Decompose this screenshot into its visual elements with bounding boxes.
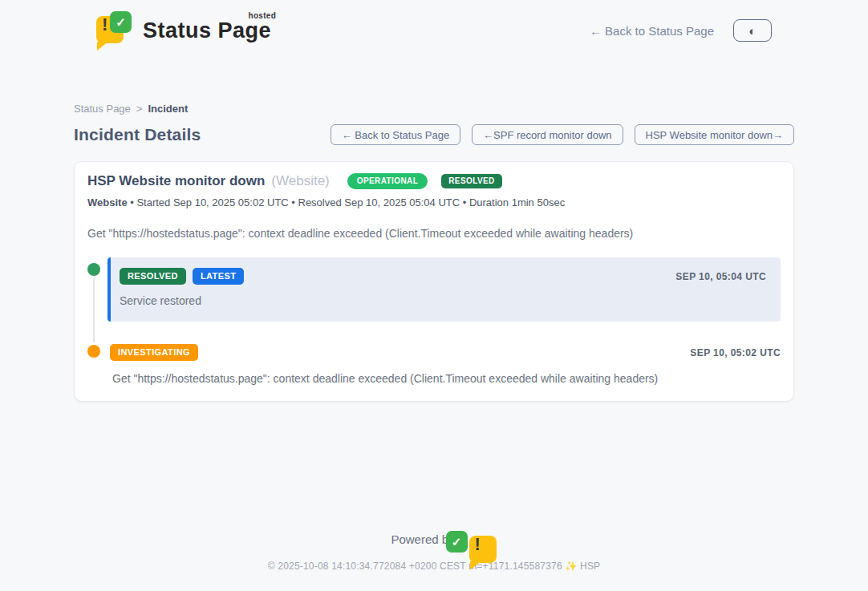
- exclamation-icon: !: [475, 534, 481, 555]
- timeline-timestamp: SEP 10, 05:02 UTC: [690, 347, 781, 358]
- logo[interactable]: ! ✓ Status Pagehosted: [96, 11, 271, 50]
- exclamation-icon: !: [102, 14, 107, 35]
- timeline-message: Get "https://hostedstatus.page": context…: [112, 372, 781, 385]
- resolved-badge: RESOLVED: [441, 174, 501, 188]
- timeline-update-box: RESOLVED LATEST SEP 10, 05:04 UTC Servic…: [107, 257, 781, 322]
- status-badge-resolved: RESOLVED: [120, 268, 186, 285]
- timeline-dot-green: [87, 263, 100, 276]
- timeline-head: INVESTIGATING SEP 10, 05:02 UTC: [110, 344, 781, 361]
- main-content: Status Page>Incident Incident Details ← …: [74, 103, 794, 402]
- operational-badge: OPERATIONAL: [347, 173, 428, 189]
- timeline-timestamp: SEP 10, 05:04 UTC: [675, 271, 766, 282]
- next-incident-button[interactable]: HSP Website monitor down→: [635, 124, 794, 145]
- timeline-badges: RESOLVED LATEST: [120, 268, 244, 285]
- latest-badge: LATEST: [193, 268, 244, 285]
- incident-timeline: RESOLVED LATEST SEP 10, 05:04 UTC Servic…: [87, 257, 781, 385]
- breadcrumb: Status Page>Incident: [74, 103, 794, 115]
- checkmark-icon: ✓: [446, 531, 468, 553]
- header-right: ← Back to Status Page ◐: [590, 19, 772, 42]
- powered-by-label: Powered by: [391, 532, 454, 546]
- page-title: Incident Details: [74, 125, 201, 144]
- powered-by-row: Powered by ! ✓: [0, 531, 868, 548]
- timeline-entry-resolved: RESOLVED LATEST SEP 10, 05:04 UTC Servic…: [87, 257, 781, 322]
- meta-details: • Started Sep 10, 2025 05:02 UTC • Resol…: [128, 196, 566, 208]
- breadcrumb-status-page[interactable]: Status Page: [74, 103, 131, 115]
- contrast-icon: ◐: [748, 25, 756, 37]
- incident-meta: Website • Started Sep 10, 2025 05:02 UTC…: [87, 196, 781, 208]
- title-row: Incident Details ← Back to Status Page ←…: [74, 124, 794, 145]
- checkmark-icon: ✓: [110, 11, 132, 33]
- timeline-entry-investigating: INVESTIGATING SEP 10, 05:02 UTC Get "htt…: [87, 344, 781, 385]
- back-to-status-page-link[interactable]: ← Back to Status Page: [590, 24, 714, 38]
- timeline-head: RESOLVED LATEST SEP 10, 05:04 UTC: [120, 268, 766, 285]
- brand-text: Status Page: [143, 18, 271, 43]
- meta-component: Website: [87, 196, 128, 208]
- brand-name: Status Pagehosted: [143, 18, 271, 43]
- incident-card: HSP Website monitor down (Website) OPERA…: [74, 161, 794, 402]
- copyright: © 2025-10-08 14:10:34.772084 +0200 CEST …: [0, 561, 868, 572]
- back-to-status-page-button[interactable]: ← Back to Status Page: [331, 124, 460, 145]
- incident-title-row: HSP Website monitor down (Website) OPERA…: [87, 173, 781, 189]
- breadcrumb-incident: Incident: [148, 103, 188, 115]
- incident-component: (Website): [271, 173, 329, 189]
- breadcrumb-separator: >: [136, 103, 143, 115]
- status-page-logo-icon: ! ✓: [96, 11, 133, 50]
- incident-title: HSP Website monitor down: [87, 173, 265, 189]
- header: ! ✓ Status Pagehosted ← Back to Status P…: [0, 0, 868, 50]
- footer: Powered by ! ✓ © 2025-10-08 14:10:34.772…: [0, 531, 868, 591]
- header-inner: ! ✓ Status Pagehosted ← Back to Status P…: [96, 0, 772, 50]
- theme-toggle-button[interactable]: ◐: [733, 19, 772, 42]
- incident-description: Get "https://hostedstatus.page": context…: [87, 227, 781, 240]
- powered-by-logo-icon[interactable]: ! ✓: [461, 531, 477, 548]
- incident-nav: ← Back to Status Page ←SPF record monito…: [331, 124, 794, 145]
- timeline-message: Service restored: [120, 294, 766, 307]
- prev-incident-button[interactable]: ←SPF record monitor down: [472, 124, 623, 145]
- logo-bubble: [469, 536, 497, 563]
- hosted-superscript: hosted: [248, 11, 276, 20]
- timeline-dot-orange: [87, 345, 100, 358]
- status-badge-investigating: INVESTIGATING: [110, 344, 198, 361]
